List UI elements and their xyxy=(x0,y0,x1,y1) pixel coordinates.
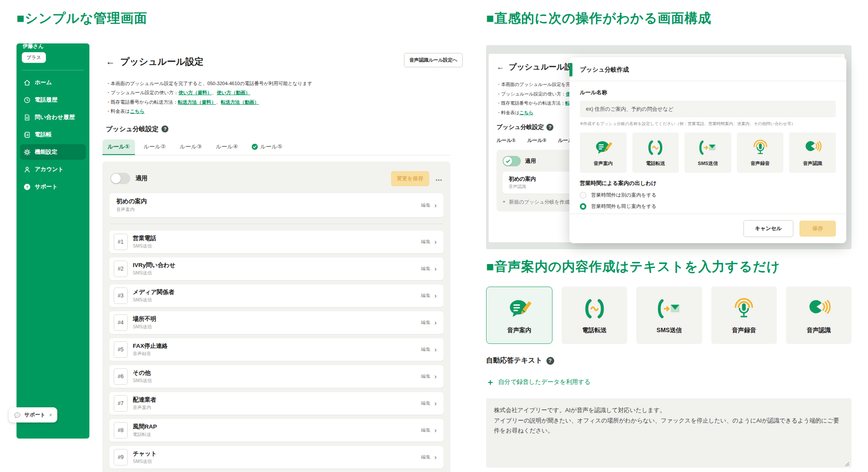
gear-icon xyxy=(23,149,31,156)
chevron-right-icon: › xyxy=(434,319,437,326)
branch-row-1[interactable]: #1 営業電話SMS送信 編集› xyxy=(109,231,444,253)
use-recorded-data-link[interactable]: ＋ 自分で録音したデータを利用する xyxy=(486,376,852,388)
branch-row-4[interactable]: #4 場所不明SMS送信 編集› xyxy=(109,311,444,334)
type-card-voice-recognition[interactable]: 音声認識 xyxy=(786,287,852,344)
pricing-link[interactable]: こちら xyxy=(130,109,145,114)
bullet-phone-number: ・本画面のプッシュルール設定を完了すると、050-3204-4610の電話番号が… xyxy=(106,79,467,88)
plus-icon: ＋ xyxy=(486,376,494,388)
voice-guide-section: 音声案内 電話転送 SMS送信 音声録音 音声認識 自動応答テキスト ? xyxy=(486,287,852,469)
more-menu-icon[interactable]: … xyxy=(435,175,443,182)
sidebar-item-account[interactable]: アカウント xyxy=(20,162,86,177)
question-icon xyxy=(23,183,31,191)
type-card-voice-record[interactable]: 音声録音 xyxy=(711,287,777,344)
chevron-right-icon: › xyxy=(434,399,437,407)
branch-row-7[interactable]: #7 配達業者音声案内 編集› xyxy=(109,392,444,415)
branch-row-5[interactable]: #5 FAX停止連絡音声録音 編集› xyxy=(109,338,444,361)
tab-rule-4[interactable]: ルール④ xyxy=(210,139,243,155)
support-chip[interactable]: サポート × xyxy=(9,407,57,422)
branch-row-3[interactable]: #3 メディア関係者SMS送信 編集› xyxy=(109,284,444,307)
edit-link[interactable]: 編集› xyxy=(421,265,437,272)
tab-rule-2[interactable]: ルール② xyxy=(527,137,547,144)
type-card-voice-guide[interactable]: 音声案内 xyxy=(580,132,627,173)
chevron-right-icon: › xyxy=(434,453,437,461)
tab-rule-1[interactable]: ルール① xyxy=(496,137,516,144)
sidebar-item-phonebook[interactable]: 電話帳 xyxy=(20,127,86,142)
radio-same-guidance[interactable]: 営業時間外も同じ案内をする xyxy=(580,203,836,210)
radio-icon[interactable] xyxy=(580,192,586,198)
bullet-usage: ・プッシュルール設定の使い方：使い方（資料）、使い方（動画） xyxy=(106,88,467,97)
save-changes-button[interactable]: 変更を保存 xyxy=(391,171,429,186)
chevron-right-icon: › xyxy=(434,346,437,353)
edit-link[interactable]: 編集› xyxy=(421,426,437,434)
radio-different-guidance[interactable]: 営業時間外は別の案内をする xyxy=(580,192,836,198)
business-hours-label: 営業時間による案内の出しわけ xyxy=(580,180,836,187)
bullet-transfer: ・既存電話番号からの転送方法：転送方法（資料）、転送方法（動画） xyxy=(106,98,467,107)
edit-link[interactable]: 編集› xyxy=(421,292,437,299)
tab-rule-1[interactable]: ルール① xyxy=(102,139,135,155)
left-section-title: ■シンプルな管理画面 xyxy=(16,10,148,27)
chat-icon xyxy=(14,412,21,419)
edit-link[interactable]: 編集› xyxy=(421,346,437,353)
push-rule-main: ← プッシュルール設定 音声認識ルール設定へ ・本画面のプッシュルール設定を完了… xyxy=(89,43,467,439)
tab-rule-5[interactable]: ルール⑤ xyxy=(247,139,287,155)
sms-send-icon xyxy=(699,139,717,157)
edit-link[interactable]: 編集› xyxy=(421,238,437,245)
resize-handle-icon[interactable] xyxy=(845,462,849,466)
type-card-sms-send[interactable]: SMS送信 xyxy=(684,132,731,173)
help-icon[interactable]: ? xyxy=(546,357,554,365)
back-arrow-icon[interactable]: ← xyxy=(106,56,115,67)
branch-row-9[interactable]: #9 チャットSMS送信 編集› xyxy=(109,446,444,469)
type-card-voice-recognition[interactable]: 音声認識 xyxy=(789,132,836,173)
branch-type-cards: 音声案内 電話転送 SMS送信 音声録音 音声認識 xyxy=(486,287,852,344)
first-guide-card[interactable]: 初めの案内 音声案内 編集 › xyxy=(109,193,444,217)
bottom-right-section-title: ■音声案内の内容作成はテキストを入力するだけ xyxy=(486,258,780,276)
type-card-voice-record[interactable]: 音声録音 xyxy=(737,132,784,173)
rule-name-input[interactable] xyxy=(580,101,836,117)
type-card-voice-guide-selected[interactable]: 音声案内 xyxy=(486,287,552,344)
user-name: 伊藤さん xyxy=(23,43,89,50)
sidebar-item-support[interactable]: サポート xyxy=(20,179,86,195)
edit-link[interactable]: 編集› xyxy=(421,399,437,407)
help-icon[interactable]: ? xyxy=(161,125,168,132)
close-icon[interactable]: × xyxy=(49,412,53,418)
branch-row-6[interactable]: #6 その他SMS送信 編集› xyxy=(109,365,444,388)
tab-rule-3[interactable]: ルール③ xyxy=(174,139,207,155)
edit-link[interactable]: 編集› xyxy=(421,319,437,326)
document-icon xyxy=(23,114,31,121)
top-right-section-title: ■直感的に次の操作がわかる画面構成 xyxy=(486,10,711,27)
sidebar-divider xyxy=(22,70,84,70)
voice-recognition-rule-button[interactable]: 音声認識ルール設定へ xyxy=(404,53,463,67)
pricing-link[interactable]: こちら xyxy=(519,110,533,115)
radio-selected-icon[interactable] xyxy=(580,203,586,210)
plus-icon: + xyxy=(503,199,506,205)
type-card-call-transfer[interactable]: 電話転送 xyxy=(562,287,627,344)
rule-tabs: ルール① ルール② ルール③ ルール④ ルール⑤ xyxy=(102,139,450,155)
usage-doc-link[interactable]: 使い方（資料） xyxy=(178,90,212,95)
branch-row-2[interactable]: #2 IVRy問い合わせSMS送信 編集› xyxy=(109,257,444,280)
admin-screen: 伊藤さん プラス ホーム 電話履歴 問い合わせ履歴 電話帳 機能設定 xyxy=(16,43,467,439)
back-arrow-icon[interactable]: ← xyxy=(496,63,504,72)
transfer-doc-link[interactable]: 転送方法（資料） xyxy=(178,99,216,105)
sidebar-item-home[interactable]: ホーム xyxy=(20,75,86,90)
sidebar-item-call-history[interactable]: 電話履歴 xyxy=(20,92,86,108)
edit-link[interactable]: 編集› xyxy=(421,373,437,380)
type-card-call-transfer[interactable]: 電話転送 xyxy=(632,132,679,173)
voice-guide-icon xyxy=(507,297,532,321)
type-card-sms-send[interactable]: SMS送信 xyxy=(636,287,702,344)
help-icon[interactable]: ? xyxy=(546,124,553,131)
save-button[interactable]: 保存 xyxy=(799,221,836,237)
edit-link[interactable]: 編集 › xyxy=(421,201,437,209)
branch-row-8[interactable]: #8 風間RAP電話転送 編集› xyxy=(109,419,444,442)
sidebar-item-inquiry-history[interactable]: 問い合わせ履歴 xyxy=(20,109,86,125)
usage-video-link[interactable]: 使い方（動画） xyxy=(217,90,250,95)
apply-label: 適用 xyxy=(135,175,148,182)
tab-rule-2[interactable]: ルール② xyxy=(138,139,171,155)
apply-toggle[interactable] xyxy=(503,156,521,166)
edit-link[interactable]: 編集› xyxy=(421,453,437,461)
apply-toggle[interactable] xyxy=(110,173,130,184)
auto-response-textarea[interactable]: 株式会社アイブリーです。AIが音声を認識して対応いたします。 アイブリーの説明が… xyxy=(486,398,852,468)
sidebar-item-feature-settings[interactable]: 機能設定 xyxy=(20,144,86,160)
transfer-video-link[interactable]: 転送方法（動画） xyxy=(221,99,259,105)
home-icon xyxy=(23,79,31,86)
cancel-button[interactable]: キャンセル xyxy=(743,220,793,237)
